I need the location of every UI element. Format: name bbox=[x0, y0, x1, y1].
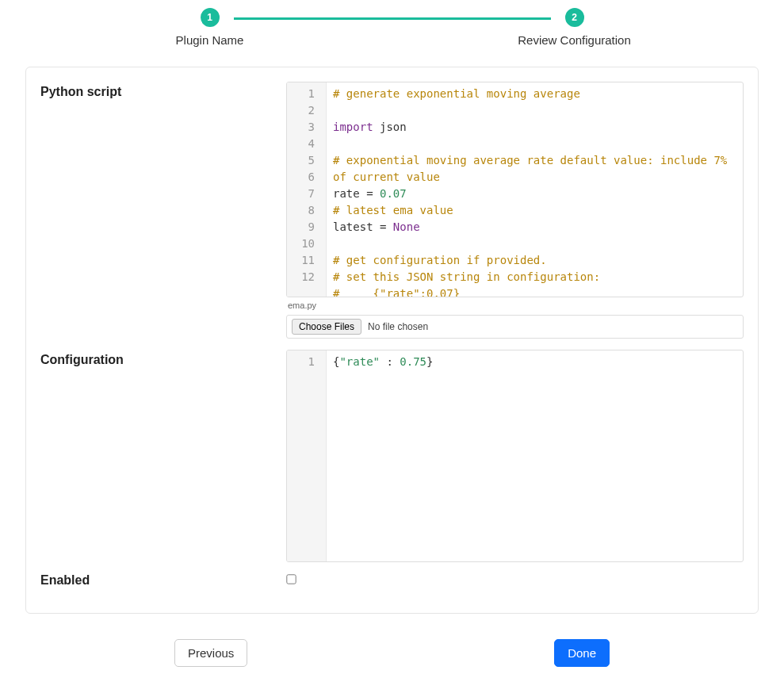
line-number: 3 bbox=[287, 119, 319, 136]
label-enabled: Enabled bbox=[40, 573, 286, 588]
line-number: 8 bbox=[287, 202, 319, 219]
label-python-script: Python script bbox=[40, 82, 286, 99]
code-body[interactable]: {"rate" : 0.75} bbox=[327, 350, 743, 561]
done-button[interactable]: Done bbox=[554, 639, 610, 667]
row-enabled: Enabled bbox=[40, 573, 744, 588]
code-line bbox=[333, 102, 736, 119]
line-gutter: 123456789101112 bbox=[287, 82, 327, 297]
configuration-editor[interactable]: 1 {"rate" : 0.75} bbox=[286, 350, 744, 562]
step-plugin-name[interactable]: 1 Plugin Name bbox=[131, 8, 289, 47]
step-review-configuration[interactable]: 2 Review Configuration bbox=[495, 8, 654, 47]
choose-files-button[interactable]: Choose Files bbox=[292, 319, 361, 335]
code-line: # {"rate":0.07} bbox=[333, 285, 736, 297]
code-line: # generate exponential moving average bbox=[333, 86, 736, 102]
wizard-footer: Previous Done bbox=[174, 639, 610, 667]
line-number: 11 bbox=[287, 252, 319, 269]
step-label: Review Configuration bbox=[518, 33, 631, 47]
code-line: # get configuration if provided. bbox=[333, 252, 736, 269]
json-value: 0.75 bbox=[400, 355, 426, 368]
code-line bbox=[333, 236, 736, 252]
row-python-script: Python script 123456789101112 # generate… bbox=[40, 82, 744, 339]
enabled-checkbox[interactable] bbox=[286, 574, 296, 584]
row-configuration: Configuration 1 {"rate" : 0.75} bbox=[40, 350, 744, 562]
previous-button[interactable]: Previous bbox=[174, 639, 247, 667]
label-configuration: Configuration bbox=[40, 350, 286, 367]
json-sep: : bbox=[380, 355, 400, 368]
code-line: import json bbox=[333, 119, 736, 136]
code-line: latest = None bbox=[333, 219, 736, 236]
config-card: Python script 123456789101112 # generate… bbox=[25, 67, 759, 614]
code-line: # set this JSON string in configuration: bbox=[333, 269, 736, 285]
step-number: 2 bbox=[565, 8, 584, 27]
line-number: 10 bbox=[287, 236, 319, 252]
line-number: 1 bbox=[287, 86, 319, 102]
code-line: rate = 0.07 bbox=[333, 186, 736, 202]
line-number: 7 bbox=[287, 186, 319, 202]
python-script-editor[interactable]: 123456789101112 # generate exponential m… bbox=[286, 82, 744, 297]
code-body[interactable]: # generate exponential moving average im… bbox=[327, 82, 743, 297]
file-picker: Choose Files No file chosen bbox=[286, 315, 744, 339]
line-number: 9 bbox=[287, 219, 319, 236]
step-label: Plugin Name bbox=[176, 33, 244, 47]
brace-close: } bbox=[426, 355, 433, 368]
line-gutter: 1 bbox=[287, 350, 327, 561]
script-filename: ema.py bbox=[288, 301, 744, 310]
line-number: 1 bbox=[287, 354, 319, 370]
code-line: # latest ema value bbox=[333, 202, 736, 219]
code-line: # exponential moving average rate defaul… bbox=[333, 152, 736, 186]
json-key: "rate" bbox=[339, 355, 380, 368]
line-number: 6 bbox=[287, 169, 319, 186]
wizard-stepper: 1 Plugin Name 2 Review Configuration bbox=[115, 8, 670, 47]
line-number: 4 bbox=[287, 136, 319, 152]
line-number: 2 bbox=[287, 102, 319, 119]
step-number: 1 bbox=[201, 8, 220, 27]
line-number: 12 bbox=[287, 269, 319, 285]
file-picker-status: No file chosen bbox=[368, 321, 428, 332]
line-number: 5 bbox=[287, 152, 319, 169]
code-line bbox=[333, 136, 736, 152]
